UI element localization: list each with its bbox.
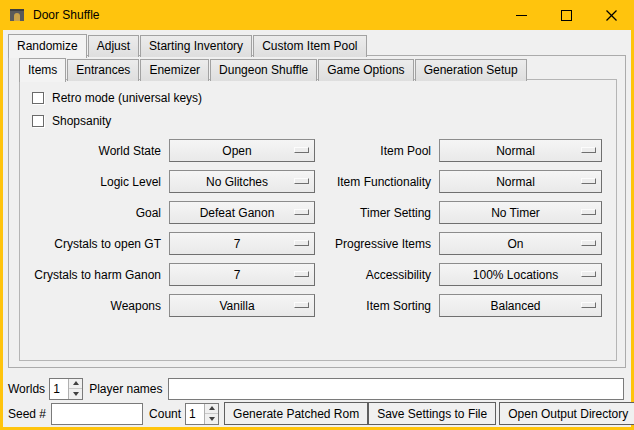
- player-names-label: Player names: [89, 382, 162, 396]
- goal-value: Defeat Ganon: [200, 206, 285, 220]
- window-title: Door Shuffle: [33, 8, 100, 22]
- inner-tab-bar: Items Entrances Enemizer Dungeon Shuffle…: [19, 58, 528, 81]
- count-spin-arrows: [204, 404, 218, 424]
- item-sorting-value: Balanced: [490, 299, 550, 313]
- spin-up-icon[interactable]: [205, 404, 218, 415]
- option-row: Goal Defeat Ganon Timer Setting No Timer: [20, 197, 616, 228]
- weapons-label: Weapons: [20, 299, 169, 313]
- dropdown-indicator-icon: [294, 302, 309, 308]
- option-rows: World State Open Item Pool Normal Logic …: [20, 135, 616, 321]
- maximize-button[interactable]: [544, 0, 589, 30]
- tab-dungeon-shuffle[interactable]: Dungeon Shuffle: [210, 59, 317, 81]
- crystals-gt-value: 7: [234, 237, 251, 251]
- shopsanity-label: Shopsanity: [52, 114, 111, 128]
- item-sorting-label: Item Sorting: [315, 299, 439, 313]
- generate-row: Seed # Count Generate Patched Rom Save S…: [8, 402, 626, 425]
- dropdown-indicator-icon: [294, 178, 309, 184]
- dropdown-indicator-icon: [581, 147, 596, 153]
- option-row: Weapons Vanilla Item Sorting Balanced: [20, 290, 616, 321]
- option-row: Logic Level No Glitches Item Functionali…: [20, 166, 616, 197]
- minimize-icon: [516, 10, 527, 21]
- item-functionality-dropdown[interactable]: Normal: [439, 170, 602, 193]
- tab-items[interactable]: Items: [19, 58, 66, 82]
- item-pool-value: Normal: [496, 144, 545, 158]
- crystals-gt-label: Crystals to open GT: [20, 237, 169, 251]
- dropdown-indicator-icon: [581, 271, 596, 277]
- open-output-directory-button[interactable]: Open Output Directory: [499, 402, 634, 425]
- close-button[interactable]: [589, 0, 634, 30]
- crystals-ganon-value: 7: [234, 268, 251, 282]
- goal-dropdown[interactable]: Defeat Ganon: [169, 201, 315, 224]
- option-row: World State Open Item Pool Normal: [20, 135, 616, 166]
- titlebar[interactable]: Door Shuffle: [0, 0, 634, 30]
- tab-adjust[interactable]: Adjust: [88, 35, 139, 57]
- item-functionality-label: Item Functionality: [315, 175, 439, 189]
- dropdown-indicator-icon: [581, 302, 596, 308]
- dropdown-indicator-icon: [581, 178, 596, 184]
- maximize-icon: [561, 10, 572, 21]
- world-state-label: World State: [20, 144, 169, 158]
- shopsanity-row: Shopsanity: [32, 109, 616, 132]
- items-panel: Retro mode (universal keys) Shopsanity W…: [19, 79, 617, 361]
- randomize-panel: Items Entrances Enemizer Dungeon Shuffle…: [8, 55, 626, 368]
- tab-custom-item-pool[interactable]: Custom Item Pool: [253, 35, 366, 57]
- save-settings-button[interactable]: Save Settings to File: [368, 402, 496, 425]
- world-state-value: Open: [222, 144, 261, 158]
- crystals-gt-dropdown[interactable]: 7: [169, 232, 315, 255]
- logic-level-label: Logic Level: [20, 175, 169, 189]
- worlds-spinbox[interactable]: [49, 378, 83, 400]
- timer-setting-label: Timer Setting: [315, 206, 439, 220]
- minimize-button[interactable]: [499, 0, 544, 30]
- seed-input[interactable]: [51, 403, 143, 425]
- close-icon: [606, 10, 617, 21]
- dropdown-indicator-icon: [581, 240, 596, 246]
- logic-level-dropdown[interactable]: No Glitches: [169, 170, 315, 193]
- dropdown-indicator-icon: [581, 209, 596, 215]
- dropdown-indicator-icon: [294, 147, 309, 153]
- dropdown-indicator-icon: [294, 240, 309, 246]
- weapons-dropdown[interactable]: Vanilla: [169, 294, 315, 317]
- shopsanity-checkbox[interactable]: [32, 115, 44, 127]
- worlds-row: Worlds Player names: [8, 377, 626, 400]
- count-label: Count: [149, 407, 181, 421]
- tab-starting-inventory[interactable]: Starting Inventory: [140, 35, 252, 57]
- spin-down-icon[interactable]: [205, 414, 218, 424]
- retro-mode-checkbox[interactable]: [32, 92, 44, 104]
- logic-level-value: No Glitches: [206, 175, 278, 189]
- world-state-dropdown[interactable]: Open: [169, 139, 315, 162]
- timer-setting-dropdown[interactable]: No Timer: [439, 201, 602, 224]
- tab-enemizer[interactable]: Enemizer: [140, 59, 209, 81]
- progressive-items-dropdown[interactable]: On: [439, 232, 602, 255]
- crystals-ganon-label: Crystals to harm Ganon: [20, 268, 169, 282]
- client-area: Randomize Adjust Starting Inventory Cust…: [3, 30, 631, 427]
- tab-randomize[interactable]: Randomize: [8, 34, 87, 58]
- accessibility-dropdown[interactable]: 100% Locations: [439, 263, 602, 286]
- progressive-items-label: Progressive Items: [315, 237, 439, 251]
- timer-setting-value: No Timer: [491, 206, 550, 220]
- accessibility-label: Accessibility: [315, 268, 439, 282]
- outer-tab-bar: Randomize Adjust Starting Inventory Cust…: [8, 34, 368, 57]
- item-sorting-dropdown[interactable]: Balanced: [439, 294, 602, 317]
- retro-mode-label: Retro mode (universal keys): [52, 91, 202, 105]
- tab-generation-setup[interactable]: Generation Setup: [415, 59, 527, 81]
- count-spinbox[interactable]: [185, 403, 219, 425]
- crystals-ganon-dropdown[interactable]: 7: [169, 263, 315, 286]
- spin-up-icon[interactable]: [69, 379, 82, 390]
- spin-down-icon[interactable]: [69, 389, 82, 399]
- progressive-items-value: On: [507, 237, 533, 251]
- worlds-input[interactable]: [50, 379, 68, 399]
- tab-game-options[interactable]: Game Options: [318, 59, 413, 81]
- generate-patched-rom-button[interactable]: Generate Patched Rom: [224, 402, 368, 425]
- option-row: Crystals to open GT 7 Progressive Items …: [20, 228, 616, 259]
- dropdown-indicator-icon: [294, 209, 309, 215]
- door-shuffle-window: Door Shuffle Randomize Adjust Starting I…: [0, 0, 634, 430]
- caption-buttons: [499, 0, 634, 30]
- tab-entrances[interactable]: Entrances: [67, 59, 139, 81]
- worlds-label: Worlds: [8, 382, 45, 396]
- count-input[interactable]: [186, 404, 204, 424]
- player-names-input[interactable]: [168, 378, 625, 400]
- item-pool-label: Item Pool: [315, 144, 439, 158]
- item-pool-dropdown[interactable]: Normal: [439, 139, 602, 162]
- worlds-spin-arrows: [68, 379, 82, 399]
- accessibility-value: 100% Locations: [473, 268, 568, 282]
